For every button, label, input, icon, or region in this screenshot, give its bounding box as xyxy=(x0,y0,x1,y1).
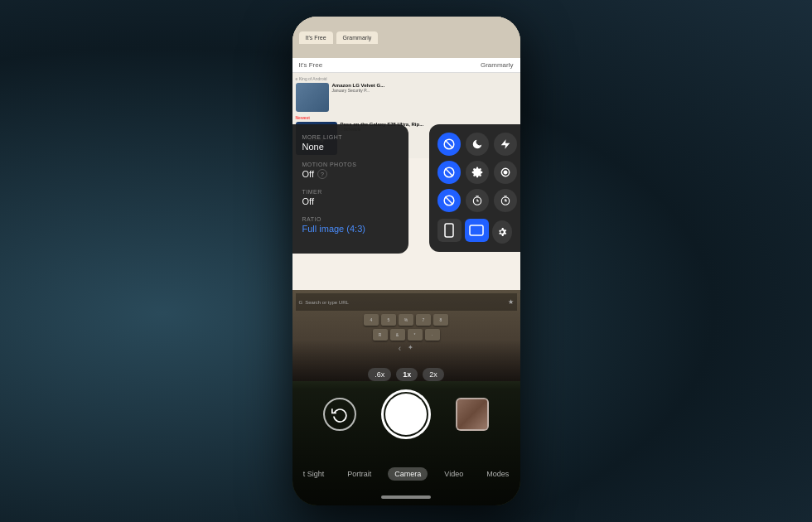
article-2-area: Amazon LG Velvet G... January Security P… xyxy=(296,83,517,112)
more-light-label: MORE LIGHT xyxy=(302,134,399,140)
timer-label: TIMER xyxy=(302,189,399,195)
banner-text: It's Free xyxy=(299,61,323,69)
svg-rect-15 xyxy=(445,224,453,237)
mode-video[interactable]: Video xyxy=(437,467,470,481)
svg-line-4 xyxy=(445,168,452,176)
king-android-label: e King of Android xyxy=(296,76,517,81)
qs-phone-rect-btn[interactable] xyxy=(437,219,462,242)
key-4: 4 xyxy=(364,314,379,326)
mode-portrait[interactable]: Portrait xyxy=(341,467,378,481)
banner-brand: Grammarly xyxy=(481,61,514,69)
shutter-button[interactable] xyxy=(381,389,431,439)
article-2-subtitle: January Security P... xyxy=(332,88,385,93)
timer-setting: TIMER Off xyxy=(302,189,399,206)
shutter-row xyxy=(292,389,520,439)
qs-row-3: 10 xyxy=(437,189,512,212)
settings-panel: MORE LIGHT None MOTION PHOTOS Off ? TIME… xyxy=(292,124,408,254)
thumbnail-image xyxy=(457,399,487,429)
key-5: 5 xyxy=(381,314,396,326)
url-bar: G Search or type URL ★ xyxy=(296,293,517,311)
grammarly-banner: It's Free Grammarly xyxy=(292,58,520,73)
browser-tab-2: Grammarly xyxy=(336,31,379,44)
rotate-camera-btn[interactable] xyxy=(323,398,356,431)
zoom-controls: .6x 1x 2x xyxy=(292,368,520,381)
qs-gear-btn[interactable] xyxy=(492,220,512,244)
svg-line-1 xyxy=(445,140,452,147)
qs-timer3-btn[interactable] xyxy=(466,189,489,212)
motion-photos-setting: MOTION PHOTOS Off ? xyxy=(302,162,399,179)
keyboard-row-2: R & * · xyxy=(292,329,520,341)
key-star: * xyxy=(408,329,423,341)
qs-btn-4[interactable] xyxy=(437,161,461,184)
svg-line-9 xyxy=(445,196,452,204)
zoom-1x-btn[interactable]: 1x xyxy=(396,368,418,381)
zoom-06x-btn[interactable]: .6x xyxy=(368,368,391,381)
shutter-inner xyxy=(385,394,427,435)
qs-tablet-rect-btn[interactable] xyxy=(465,219,489,242)
browser-toolbar: It's Free Grammarly xyxy=(292,17,520,58)
more-light-value: None xyxy=(302,142,399,152)
svg-marker-2 xyxy=(500,139,510,149)
url-bar-text: Search or type URL xyxy=(305,300,349,305)
qs-btn-7[interactable] xyxy=(437,189,461,212)
qs-circle-btn[interactable] xyxy=(494,161,517,184)
key-amp: & xyxy=(390,329,405,341)
mode-modes[interactable]: Modes xyxy=(480,467,515,481)
gallery-thumbnail[interactable] xyxy=(456,398,489,431)
qs-no-flash-btn[interactable] xyxy=(437,133,461,156)
home-indicator xyxy=(381,495,431,499)
newest-label: Newest xyxy=(296,115,517,120)
help-icon[interactable]: ? xyxy=(317,169,327,179)
mode-bar: t Sight Portrait Camera Video Modes xyxy=(292,467,520,481)
motion-photos-row: Off ? xyxy=(302,169,399,179)
qs-flash-btn[interactable] xyxy=(494,133,517,156)
key-r: R xyxy=(373,329,388,341)
phone-frame: It's Free Grammarly It's Free Grammarly … xyxy=(292,17,520,505)
qs-timer10-btn[interactable]: 10 xyxy=(494,189,517,212)
mode-sight[interactable]: t Sight xyxy=(297,467,331,481)
key-dot: · xyxy=(425,329,440,341)
svg-text:10: 10 xyxy=(504,199,507,202)
svg-rect-16 xyxy=(470,225,483,235)
svg-point-7 xyxy=(504,171,507,174)
zoom-2x-btn[interactable]: 2x xyxy=(423,368,444,381)
ratio-setting: RATIO Full image (4:3) xyxy=(302,216,399,234)
more-light-setting: MORE LIGHT None xyxy=(302,134,399,152)
qs-row-2 xyxy=(437,161,512,184)
quick-settings-panel: 10 xyxy=(429,124,520,252)
mode-camera[interactable]: Camera xyxy=(388,467,428,481)
ratio-value: Full image (4:3) xyxy=(302,224,399,234)
qs-night-btn[interactable] xyxy=(466,133,489,156)
key-7: 7 xyxy=(416,314,431,326)
qs-row-1 xyxy=(437,133,512,156)
key-8: 8 xyxy=(433,314,448,326)
timer-value: Off xyxy=(302,196,399,206)
motion-photos-value: Off xyxy=(302,169,314,179)
article-2-image xyxy=(296,83,329,112)
keyboard-row-1: 4 5 % 7 8 xyxy=(292,314,520,326)
key-6: % xyxy=(399,314,413,326)
qs-row-4 xyxy=(437,217,512,244)
qs-settings-btn[interactable] xyxy=(466,161,489,184)
ratio-label: RATIO xyxy=(302,216,399,222)
motion-photos-label: MOTION PHOTOS xyxy=(302,162,399,167)
browser-tab-1: It's Free xyxy=(299,31,333,44)
article-2-text: Amazon LG Velvet G... January Security P… xyxy=(332,83,385,112)
